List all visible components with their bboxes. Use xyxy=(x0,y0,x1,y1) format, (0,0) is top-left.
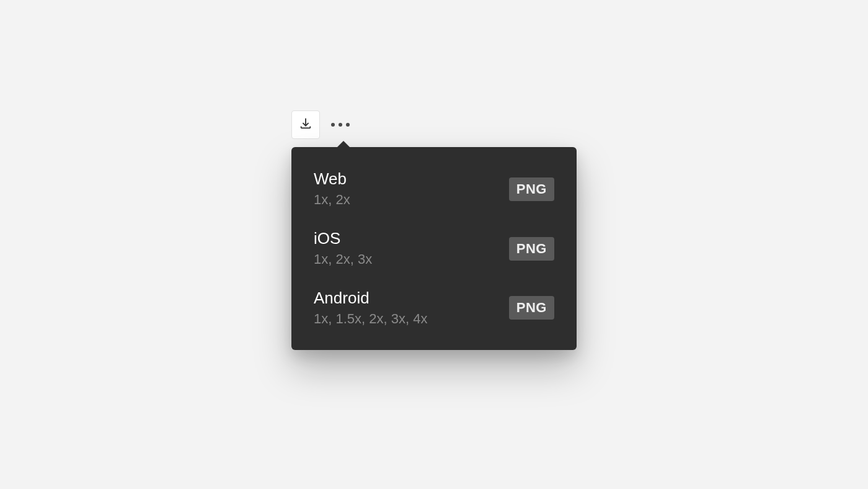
export-preset-info: Web 1x, 2x xyxy=(314,169,350,209)
download-icon xyxy=(299,117,312,133)
format-badge: PNG xyxy=(509,296,554,320)
toolbar xyxy=(291,110,350,139)
export-preset-subtitle: 1x, 1.5x, 2x, 3x, 4x xyxy=(314,310,427,328)
export-preset-title: Web xyxy=(314,169,350,189)
export-preset-subtitle: 1x, 2x, 3x xyxy=(314,251,372,269)
export-preset-android[interactable]: Android 1x, 1.5x, 2x, 3x, 4x PNG xyxy=(291,279,577,338)
export-preset-info: iOS 1x, 2x, 3x xyxy=(314,229,372,269)
export-presets-popover: Web 1x, 2x PNG iOS 1x, 2x, 3x PNG Androi… xyxy=(291,147,577,350)
more-options-button[interactable] xyxy=(331,118,350,132)
export-preset-web[interactable]: Web 1x, 2x PNG xyxy=(291,159,577,219)
download-button[interactable] xyxy=(291,110,320,139)
format-badge: PNG xyxy=(509,177,554,201)
export-preset-ios[interactable]: iOS 1x, 2x, 3x PNG xyxy=(291,219,577,279)
format-badge: PNG xyxy=(509,237,554,261)
more-horizontal-icon xyxy=(331,123,350,127)
export-preset-subtitle: 1x, 2x xyxy=(314,191,350,209)
export-preset-info: Android 1x, 1.5x, 2x, 3x, 4x xyxy=(314,289,427,328)
export-preset-title: Android xyxy=(314,289,427,308)
export-preset-title: iOS xyxy=(314,229,372,248)
